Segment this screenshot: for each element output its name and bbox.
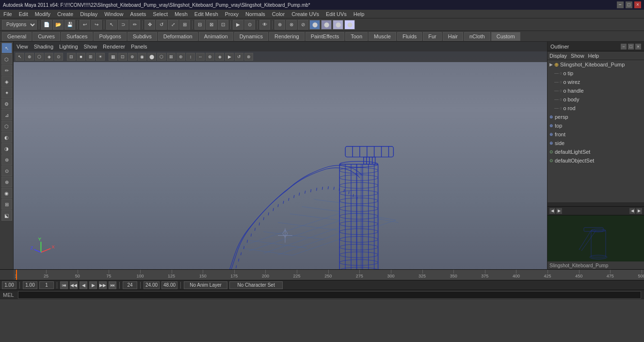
menu-item-display[interactable]: Display <box>79 11 99 17</box>
icon6[interactable]: ⬤ <box>333 20 343 30</box>
step-back-btn[interactable]: ◀◀ <box>70 281 78 289</box>
select-tool[interactable]: ↖ <box>106 20 117 30</box>
snap-curve[interactable]: ⊠ <box>206 20 217 30</box>
mode-tab-hair[interactable]: Hair <box>443 32 463 41</box>
icon7[interactable]: ⬤ <box>344 20 355 30</box>
vp-wireframe[interactable]: ⊟ <box>67 53 76 61</box>
open-btn[interactable]: 📂 <box>53 20 64 30</box>
vp-tb15[interactable]: ↔ <box>196 53 205 61</box>
save-btn[interactable]: 💾 <box>64 20 75 30</box>
outliner-scrollbar[interactable] <box>547 202 644 206</box>
mv-next-btn[interactable]: ▶ <box>556 208 562 214</box>
tool8[interactable]: ⬡ <box>1 121 12 131</box>
mv-ctrl1[interactable]: ◀ <box>629 208 635 214</box>
menu-item-help[interactable]: Help <box>352 11 366 17</box>
polygon-mode-dropdown[interactable]: Polygons <box>2 20 37 30</box>
outliner-minimize[interactable]: − <box>621 44 627 49</box>
menu-item-proxy[interactable]: Proxy <box>224 11 240 17</box>
mode-tab-rendering[interactable]: Rendering <box>269 32 305 41</box>
vp-tb1[interactable]: ↖ <box>16 53 24 61</box>
outliner-item-o-handle[interactable]: —○o handle <box>547 86 644 95</box>
outliner-item-o-wirez[interactable]: —○o wirez <box>547 78 644 86</box>
no-anim-layer[interactable]: No Anim Layer <box>184 281 227 289</box>
new-btn[interactable]: 📄 <box>41 20 52 30</box>
move-tool[interactable]: ✥ <box>145 20 155 30</box>
vp-menu-lighting[interactable]: Lighting <box>59 44 78 49</box>
vp-tb6[interactable]: ▦ <box>109 53 117 61</box>
mode-tab-muscle[interactable]: Muscle <box>369 32 396 41</box>
mode-tab-subdivs[interactable]: Subdivs <box>128 32 157 41</box>
mode-tab-fluids[interactable]: Fluids <box>397 32 422 41</box>
undo-btn[interactable]: ↩ <box>80 20 90 30</box>
minimize-btn[interactable]: − <box>617 1 624 8</box>
menu-item-color[interactable]: Color <box>271 11 286 17</box>
paint-btn[interactable]: ⬡ <box>1 54 12 65</box>
rotate-tool[interactable]: ↺ <box>156 20 167 30</box>
go-end-btn[interactable]: ⏭ <box>109 281 116 289</box>
timeline-ruler[interactable]: 1255075100125150175200225250275300325350… <box>14 270 644 280</box>
sculpt-btn[interactable]: ◈ <box>1 76 12 87</box>
vp-tb2[interactable]: ⊕ <box>25 53 34 61</box>
menu-item-modify[interactable]: Modify <box>33 11 52 17</box>
tool16[interactable]: ⬕ <box>1 210 12 221</box>
mv-ctrl2[interactable]: ▶ <box>636 208 642 214</box>
vp-tb13[interactable]: ⊛ <box>177 53 185 61</box>
ipr-btn[interactable]: ⊙ <box>244 20 255 30</box>
mode-tab-animation[interactable]: Animation <box>199 32 233 41</box>
vp-menu-panels[interactable]: Panels <box>131 44 147 49</box>
menu-item-editmesh[interactable]: Edit Mesh <box>193 11 220 17</box>
outliner-item-defaultlightset[interactable]: ⊙defaultLightSet <box>547 147 644 156</box>
outliner-item-o-tip[interactable]: —○o tip <box>547 69 644 78</box>
vp-menu-shading[interactable]: Shading <box>34 44 53 49</box>
tool6[interactable]: ⚙ <box>1 98 12 109</box>
select-mode-btn[interactable]: ↖ <box>1 43 12 53</box>
outliner-maximize[interactable]: □ <box>628 44 634 49</box>
menu-item-create[interactable]: Create <box>56 11 75 17</box>
vp-tb20[interactable]: ⊗ <box>244 53 253 61</box>
range-end-field[interactable]: 24 <box>123 281 137 289</box>
outliner-close[interactable]: × <box>635 44 641 49</box>
vp-tb12[interactable]: ⊠ <box>167 53 176 61</box>
vp-tb5[interactable]: ⊙ <box>54 53 63 61</box>
vp-solid[interactable]: ■ <box>77 53 85 61</box>
outliner-menu-help[interactable]: Help <box>588 53 599 59</box>
vp-tb9[interactable]: ◉ <box>138 53 146 61</box>
tool10[interactable]: ◑ <box>1 143 12 154</box>
mode-tab-painteffects[interactable]: PaintEffects <box>306 32 345 41</box>
tool14[interactable]: ◉ <box>1 188 12 198</box>
tool12[interactable]: ⊙ <box>1 165 12 176</box>
speed-field[interactable]: 48.00 <box>161 281 177 289</box>
menu-item-window[interactable]: Window <box>103 11 125 17</box>
vp-tb17[interactable]: ◈ <box>215 53 224 61</box>
scale-tool[interactable]: ⤢ <box>168 20 178 30</box>
vp-tb18[interactable]: ▶ <box>225 53 234 61</box>
mode-tab-fur[interactable]: Fur <box>423 32 442 41</box>
outliner-menu-display[interactable]: Display <box>549 53 567 59</box>
mode-tab-general[interactable]: General <box>2 32 32 41</box>
prev-frame-btn[interactable]: ◀ <box>80 281 87 289</box>
vp-tb16[interactable]: ⊕ <box>206 53 214 61</box>
canvas-area[interactable]: X Y Z <box>14 62 547 269</box>
outliner-item-side[interactable]: ⊕side <box>547 139 644 147</box>
menu-item-edituvs[interactable]: Edit UVs <box>324 11 348 17</box>
vp-tb11[interactable]: ⬡ <box>157 53 166 61</box>
mode-tab-polygons[interactable]: Polygons <box>94 32 126 41</box>
mode-tab-toon[interactable]: Toon <box>345 32 368 41</box>
mode-tab-surfaces[interactable]: Surfaces <box>61 32 93 41</box>
mode-tab-ncloth[interactable]: nCloth <box>464 32 490 41</box>
vp-menu-view[interactable]: View <box>16 44 28 49</box>
mv-prev-btn[interactable]: ◀ <box>549 208 555 214</box>
mode-tab-deformation[interactable]: Deformation <box>158 32 198 41</box>
mode-tab-dynamics[interactable]: Dynamics <box>234 32 268 41</box>
vp-light[interactable]: ☀ <box>96 53 105 61</box>
maximize-btn[interactable]: □ <box>626 1 632 8</box>
tool9[interactable]: ◐ <box>1 132 12 143</box>
menu-item-assets[interactable]: Assets <box>129 11 147 17</box>
vp-tb8[interactable]: ⊕ <box>128 53 137 61</box>
vp-tb14[interactable]: ↕ <box>186 53 195 61</box>
lasso-tool[interactable]: ⊃ <box>118 20 129 30</box>
outliner-item-o-body[interactable]: —○o body <box>547 95 644 104</box>
menu-item-mesh[interactable]: Mesh <box>173 11 189 17</box>
redo-btn[interactable]: ↪ <box>91 20 102 30</box>
vp-texture[interactable]: ⊞ <box>86 53 95 61</box>
